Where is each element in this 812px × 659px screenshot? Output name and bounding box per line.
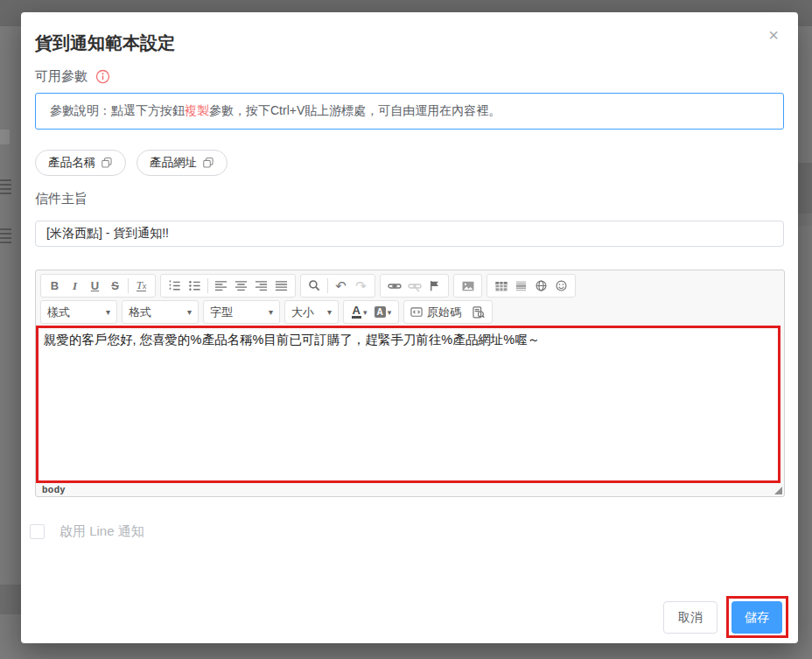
- format-dropdown[interactable]: 格式 ▾: [122, 300, 199, 324]
- info-text: 參數，按下Ctrl+V貼上游標處，可自由運用在內容裡。: [209, 103, 500, 117]
- chevron-down-icon: ▾: [327, 307, 332, 317]
- align-center-button[interactable]: [231, 277, 251, 295]
- chevron-down-icon: ▾: [363, 308, 368, 317]
- undo-button[interactable]: ↶: [331, 277, 351, 295]
- editor-resize-handle[interactable]: [774, 487, 782, 494]
- info-icon[interactable]: [95, 69, 110, 84]
- search-icon: [308, 279, 321, 292]
- styles-dropdown-label: 樣式: [47, 305, 70, 320]
- image-icon: [461, 279, 475, 293]
- special-character-button[interactable]: [531, 277, 551, 295]
- underline-icon: U: [91, 279, 99, 292]
- undo-icon: ↶: [335, 279, 346, 292]
- styles-dropdown[interactable]: 樣式 ▾: [40, 300, 117, 324]
- line-notify-checkbox[interactable]: [30, 524, 45, 539]
- param-product-name-button[interactable]: 產品名稱: [35, 150, 126, 176]
- toolbar-separator: [327, 278, 328, 293]
- info-copy-highlight: 複製: [185, 103, 209, 117]
- unlink-button[interactable]: [404, 277, 424, 295]
- remove-format-icon: Tx: [136, 280, 147, 291]
- background-color-icon: A: [374, 306, 386, 318]
- align-right-button[interactable]: [251, 277, 271, 295]
- background-artifact: [0, 130, 10, 144]
- chevron-down-icon: ▾: [388, 308, 392, 317]
- source-code-icon: [410, 305, 424, 319]
- image-button[interactable]: [458, 277, 478, 295]
- param-label: 產品名稱: [48, 155, 95, 171]
- save-button[interactable]: 儲存: [732, 601, 782, 634]
- toolbar-separator: [128, 278, 129, 293]
- modal-title: 貨到通知範本設定: [35, 32, 175, 55]
- bold-button[interactable]: B: [45, 277, 65, 295]
- bulleted-list-button[interactable]: [185, 277, 205, 295]
- link-icon: [388, 279, 402, 293]
- strikethrough-button[interactable]: S: [105, 277, 125, 295]
- source-button-label: 原始碼: [427, 305, 461, 320]
- background-artifact: [0, 585, 21, 614]
- bold-icon: B: [51, 279, 59, 292]
- subject-label: 信件主旨: [35, 191, 88, 207]
- table-icon: [494, 279, 508, 293]
- italic-button[interactable]: I: [65, 277, 85, 295]
- copy-icon: [202, 157, 214, 169]
- toolbar-separator: [207, 278, 208, 293]
- copy-icon: [101, 157, 113, 169]
- align-center-icon: [234, 279, 248, 292]
- chevron-down-icon: ▾: [269, 307, 273, 317]
- ordered-list-icon: [168, 279, 181, 292]
- chevron-down-icon: ▾: [106, 307, 110, 317]
- font-dropdown-label: 字型: [210, 305, 233, 320]
- source-button[interactable]: 原始碼: [408, 303, 468, 321]
- subject-input[interactable]: [35, 221, 784, 247]
- bulleted-list-icon: [188, 279, 201, 292]
- available-params-label: 可用參數: [35, 68, 88, 85]
- cancel-button[interactable]: 取消: [663, 601, 718, 634]
- flag-icon: [428, 279, 441, 292]
- editor-body[interactable]: 親愛的客戶您好, 您喜愛的%產品名稱%目前已可訂購了，趕緊手刀前往%產品網址%喔…: [36, 326, 780, 483]
- size-dropdown-label: 大小: [291, 305, 314, 320]
- line-notify-label: 啟用 Line 通知: [60, 523, 144, 540]
- smiley-icon: [555, 279, 568, 292]
- background-artifact: [798, 214, 812, 226]
- horizontal-line-button[interactable]: [511, 277, 531, 295]
- find-button[interactable]: [304, 277, 325, 295]
- align-left-icon: [214, 279, 228, 292]
- anchor-button[interactable]: [424, 277, 444, 295]
- format-dropdown-label: 格式: [129, 305, 151, 320]
- align-right-icon: [255, 279, 268, 292]
- font-dropdown[interactable]: 字型 ▾: [203, 300, 280, 324]
- param-info-banner: 參數說明：點選下方按鈕複製參數，按下Ctrl+V貼上游標處，可自由運用在內容裡。: [35, 93, 784, 130]
- param-product-url-button[interactable]: 產品網址: [136, 150, 228, 176]
- underline-button[interactable]: U: [85, 277, 105, 295]
- info-text: 參數說明：點選下方按鈕: [50, 103, 185, 117]
- italic-icon: I: [73, 279, 77, 293]
- link-button[interactable]: [384, 277, 404, 295]
- close-icon[interactable]: ×: [763, 25, 784, 46]
- size-dropdown[interactable]: 大小 ▾: [284, 300, 339, 324]
- param-label: 產品網址: [150, 155, 197, 171]
- remove-format-button[interactable]: Tx: [131, 277, 151, 295]
- preview-button[interactable]: [468, 303, 488, 321]
- align-left-button[interactable]: [211, 277, 231, 295]
- horizontal-line-icon: [514, 279, 528, 292]
- text-color-button[interactable]: A ▾: [347, 303, 371, 321]
- notify-template-modal: 貨到通知範本設定 × 可用參數 參數說明：點選下方按鈕複製參數，按下Ctrl+V…: [21, 12, 798, 643]
- align-justify-button[interactable]: [271, 277, 291, 295]
- preview-icon: [472, 305, 486, 319]
- unlink-icon: [408, 279, 422, 293]
- align-justify-icon: [275, 279, 288, 292]
- table-button[interactable]: [491, 277, 511, 295]
- redo-icon: ↷: [355, 279, 367, 292]
- ordered-list-button[interactable]: [164, 277, 185, 295]
- editor-toolbar: B I U S Tx: [36, 270, 784, 324]
- background-artifact: [0, 228, 11, 243]
- globe-icon: [535, 279, 548, 292]
- editor-element-path[interactable]: body: [36, 483, 784, 496]
- background-color-button[interactable]: A ▾: [371, 303, 395, 321]
- text-color-icon: A: [352, 305, 361, 319]
- smiley-button[interactable]: [551, 277, 571, 295]
- strikethrough-icon: S: [111, 279, 119, 292]
- rich-text-editor: B I U S Tx: [35, 270, 785, 497]
- chevron-down-icon: ▾: [187, 307, 192, 317]
- redo-button[interactable]: ↷: [351, 277, 371, 295]
